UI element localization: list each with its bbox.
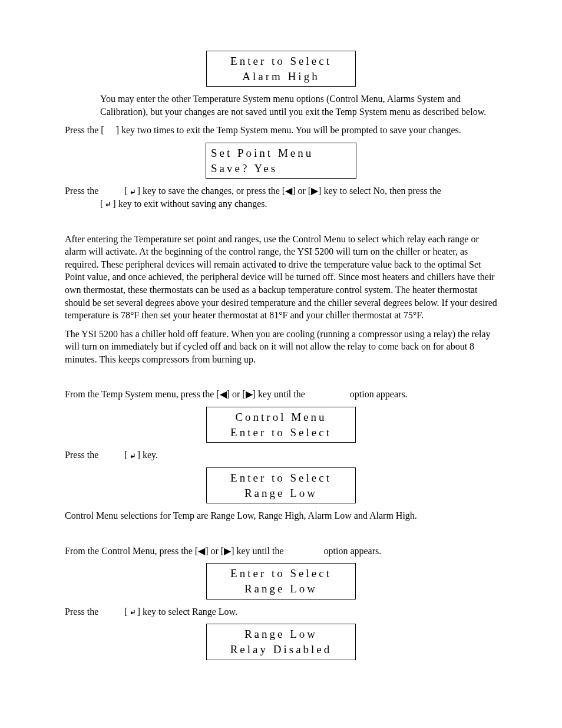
lcd-display-save: Set Point Menu Save? Yes — [206, 143, 356, 179]
paragraph: From the Control Menu, press the [◀] or … — [65, 545, 497, 558]
left-arrow-icon: ◀ — [220, 389, 227, 399]
paragraph: Press the [] key to select Range Low. — [65, 605, 497, 618]
lcd-display-range-low: Enter to Select Range Low — [206, 467, 356, 503]
paragraph: Press the [] key. — [65, 449, 497, 462]
text: ] key to save the changes, or press the … — [137, 186, 285, 196]
lcd-line: Range Low — [210, 627, 352, 642]
right-arrow-icon: ▶ — [224, 546, 231, 556]
lcd-line: Control Menu — [210, 410, 352, 425]
lcd-line: Save? Yes — [211, 161, 352, 176]
enter-key-icon — [128, 452, 137, 460]
lcd-line: Alarm High — [210, 69, 352, 84]
lcd-line: Range Low — [210, 486, 352, 501]
lcd-line: Set Point Menu — [211, 146, 352, 161]
enter-key-icon — [103, 200, 113, 209]
lcd-display-range-low: Enter to Select Range Low — [206, 563, 356, 599]
paragraph: You may enter the other Temperature Syst… — [100, 93, 497, 118]
left-arrow-icon: ◀ — [198, 546, 205, 556]
lcd-line: Enter to Select — [210, 54, 352, 69]
lcd-display-control-menu: Control Menu Enter to Select — [206, 407, 356, 443]
right-arrow-icon: ▶ — [311, 186, 318, 196]
text: option appears. — [324, 546, 382, 556]
text: ] key until the — [231, 546, 283, 556]
enter-key-icon — [128, 608, 137, 617]
text: ] or [ — [292, 186, 311, 196]
text: option appears. — [350, 389, 408, 399]
text: From the Control Menu, press the [ — [65, 546, 198, 556]
enter-key-icon — [128, 188, 137, 196]
text: Press the [ — [65, 125, 104, 135]
text: ] key. — [137, 450, 158, 460]
document-page: Enter to Select Alarm High You may enter… — [0, 0, 562, 701]
paragraph: Control Menu selections for Temp are Ran… — [65, 509, 497, 522]
paragraph: After entering the Temperature set point… — [65, 233, 497, 322]
lcd-display-relay-disabled: Range Low Relay Disabled — [206, 624, 356, 660]
lcd-line: Enter to Select — [210, 425, 352, 440]
lcd-display-alarm-high: Enter to Select Alarm High — [206, 51, 356, 87]
text: ] or [ — [205, 546, 224, 556]
text: ] key to exit without saving any changes… — [113, 199, 267, 209]
text: ] key to select No, then press the — [318, 186, 441, 196]
lcd-line: Relay Disabled — [210, 642, 352, 657]
text: Press the — [65, 186, 98, 196]
paragraph: From the Temp System menu, press the [◀]… — [65, 388, 497, 401]
paragraph: The YSI 5200 has a chiller hold off feat… — [65, 328, 497, 366]
text: ] key to select Range Low. — [137, 607, 237, 617]
text: ] key two times to exit the Temp System … — [116, 125, 461, 135]
lcd-line: Enter to Select — [210, 470, 352, 486]
text: From the Temp System menu, press the [ — [65, 389, 220, 399]
text: Press the — [65, 607, 98, 617]
text: ] key until the — [253, 389, 305, 399]
text: Press the — [65, 450, 98, 460]
text: ] or [ — [227, 389, 246, 399]
paragraph: Press the [ ] key two times to exit the … — [65, 124, 497, 137]
right-arrow-icon: ▶ — [246, 389, 253, 399]
left-arrow-icon: ◀ — [285, 186, 292, 196]
lcd-line: Range Low — [210, 581, 352, 597]
paragraph: Press the [] key to save the changes, or… — [65, 185, 497, 210]
lcd-line: Enter to Select — [210, 566, 352, 581]
